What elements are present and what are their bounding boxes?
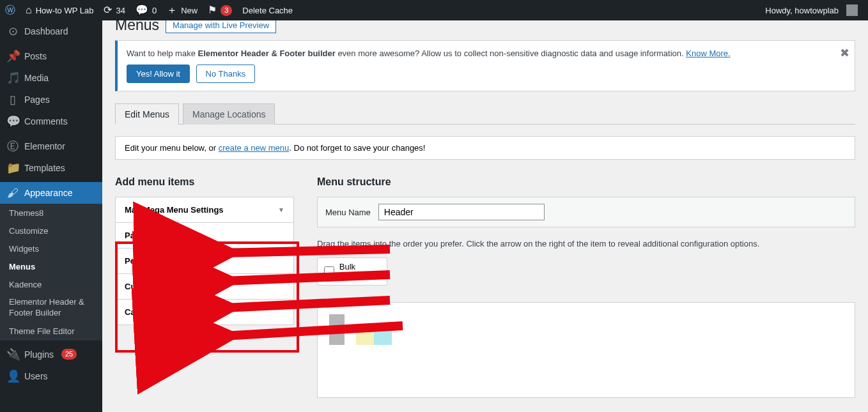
sidebar-item-plugins[interactable]: 🔌Plugins25 [0,344,102,365]
subitem-themes[interactable]: Themes8 [0,204,102,222]
wordpress-icon: ⓦ [5,5,15,15]
sidebar-item-pages[interactable]: ▯Pages [0,89,102,111]
sidebar-item-dashboard[interactable]: ⊙Dashboard [0,20,102,42]
plugin-icon: 🔌 [6,347,19,362]
site-name: How-to WP Lab [36,6,94,15]
howdy-label: Howdy, howtowplab [765,6,839,15]
tab-manage-locations[interactable]: Manage Locations [183,103,275,125]
comment-icon: 💬 [136,5,148,15]
plus-icon: ＋ [167,5,177,15]
page-icon: ▯ [6,93,19,107]
subitem-ehfb[interactable]: Elementor Header & Footer Builder [0,293,102,323]
notice-text-pre: Want to help make [127,49,198,58]
folder-icon: 📁 [6,161,19,175]
wp-logo[interactable]: ⓦ [0,0,20,20]
notice-know-more-link[interactable]: Know More. [686,49,730,58]
no-thanks-button[interactable]: No Thanks [196,65,256,83]
updates-link[interactable]: ⟳34 [98,0,130,20]
comments-count: 0 [152,6,157,15]
sidebar-item-templates[interactable]: 📁Templates [0,157,102,179]
menu-name-input[interactable] [378,204,545,220]
media-icon: 🎵 [6,71,19,85]
add-items-heading: Add menu items [115,176,294,188]
appearance-submenu: Themes8 Customize Widgets Menus Kadence … [0,204,102,340]
admin-sidebar: ⊙Dashboard 📌Posts 🎵Media ▯Pages 💬Comment… [0,20,102,412]
update-icon: ⟳ [104,5,112,15]
avatar [846,4,858,16]
new-link[interactable]: ＋New [162,0,203,20]
plugins-badge: 25 [61,349,77,360]
live-preview-button[interactable]: Manage with Live Preview [166,20,276,33]
sidebar-item-media[interactable]: 🎵Media [0,67,102,89]
comments-link[interactable]: 💬0 [130,0,162,20]
placeholder-block [329,314,345,345]
main-content: Menus Manage with Live Preview Want to h… [102,20,868,412]
menu-items-area [317,302,855,398]
allow-button[interactable]: Yes! Allow it [127,65,190,83]
user-icon: 👤 [6,369,19,383]
themes-badge: 8 [39,208,43,218]
page-title: Menus [115,20,159,34]
info-bar: Edit your menu below, or create a new me… [115,136,855,160]
subitem-kadence[interactable]: Kadence [0,275,102,293]
brush-icon: 🖌 [6,187,19,200]
notice-text-post: even more awesome? Allow us to collect n… [336,49,686,58]
add-menu-items-column: Add menu items Max Mega Menu Settings▼ P… [115,176,294,324]
dashboard-icon: ⊙ [6,24,19,38]
subitem-menus[interactable]: Menus [0,257,102,275]
new-label: New [181,6,198,15]
pin-icon: 📌 [6,49,19,63]
site-link[interactable]: ⌂How-to WP Lab [20,0,98,20]
accordion-mmm[interactable]: Max Mega Menu Settings▼ [115,197,294,223]
updates-count: 34 [116,6,125,15]
subitem-customize[interactable]: Customize [0,222,102,240]
subitem-widgets[interactable]: Widgets [0,240,102,257]
accordion-categories[interactable]: Categories [115,299,294,325]
flag-icon: ⚑ [208,5,217,15]
subitem-theme-file-editor[interactable]: Theme File Editor [0,323,102,340]
delete-cache[interactable]: Delete Cache [237,0,298,20]
accordion-custom-links[interactable]: Custom Links [115,273,294,300]
account-link[interactable]: Howdy, howtowplab [760,0,863,20]
notice-text-bold: Elementor Header & Footer builder [198,49,336,58]
create-new-menu-link[interactable]: create a new menu [219,143,290,153]
tab-edit-menus[interactable]: Edit Menus [115,103,179,125]
dismiss-icon[interactable]: ✖ [840,46,849,60]
structure-heading: Menu structure [317,176,855,188]
accordion-pages[interactable]: Pages [115,222,294,248]
accordion-posts[interactable]: Posts [115,248,294,274]
menu-name-row: Menu Name [317,197,855,227]
placeholder-square [356,330,374,345]
menu-name-label: Menu Name [325,208,371,217]
placeholder-square [374,330,392,345]
delete-cache-label: Delete Cache [242,6,293,15]
sidebar-item-posts[interactable]: 📌Posts [0,45,102,67]
chevron-down-icon: ▼ [278,206,284,213]
sidebar-item-appearance[interactable]: 🖌Appearance [0,182,102,204]
menu-structure-column: Menu structure Menu Name Drag the items … [317,176,855,398]
sidebar-item-comments[interactable]: 💬Comments [0,111,102,132]
sidebar-item-elementor[interactable]: ⒺElementor [0,135,102,157]
sidebar-item-users[interactable]: 👤Users [0,365,102,387]
elementor-icon: Ⓔ [6,139,19,154]
drag-help-text: Drag the items into the order you prefer… [317,239,855,248]
home-icon: ⌂ [26,5,32,15]
comment-icon: 💬 [6,114,19,128]
notifications[interactable]: ⚑3 [203,0,237,20]
nav-tabs: Edit Menus Manage Locations [115,103,855,125]
notice-elementor: Want to help make Elementor Header & Foo… [115,40,855,91]
admin-bar: ⓦ ⌂How-to WP Lab ⟳34 💬0 ＋New ⚑3 Delete C… [0,0,868,20]
bulk-select-checkbox[interactable] [324,266,334,277]
notif-badge: 3 [221,5,232,16]
bulk-select[interactable]: Bulk Select [317,257,387,286]
